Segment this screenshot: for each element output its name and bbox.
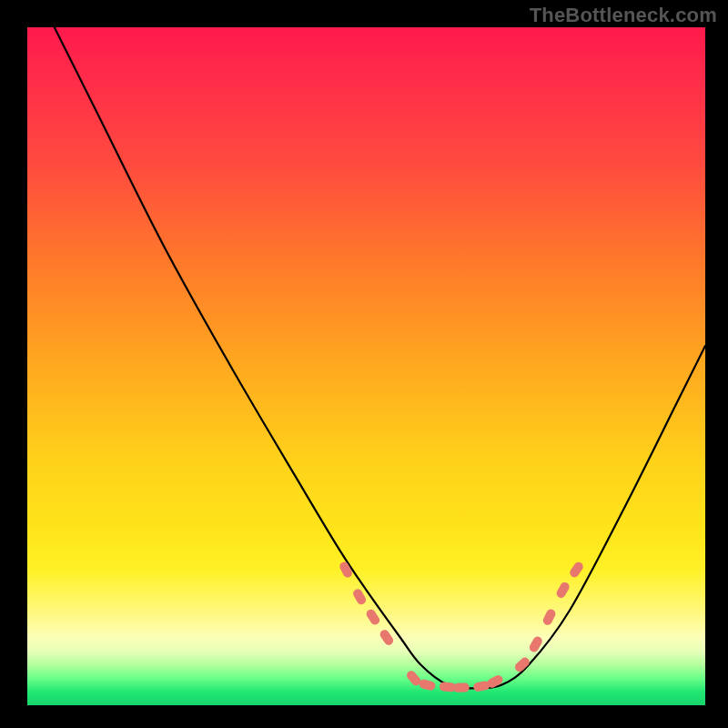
plot-area — [27, 27, 705, 705]
highlight-bead — [541, 608, 557, 627]
highlight-bead — [568, 561, 584, 580]
highlight-bead — [453, 682, 470, 692]
bottleneck-curve — [55, 27, 705, 688]
curve-layer — [27, 27, 705, 705]
marker-overlay — [339, 561, 585, 693]
chart-frame: TheBottleneck.com — [0, 0, 728, 728]
watermark-text: TheBottleneck.com — [530, 4, 717, 27]
highlight-bead — [365, 608, 381, 627]
highlight-bead — [351, 588, 368, 607]
highlight-bead — [419, 678, 437, 691]
highlight-bead — [379, 628, 395, 647]
highlight-bead — [555, 581, 571, 600]
